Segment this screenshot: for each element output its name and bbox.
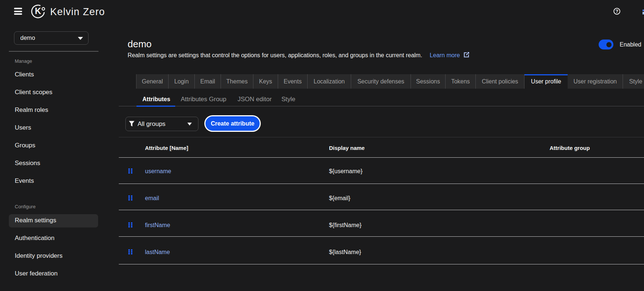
svg-text:K: K xyxy=(35,6,41,16)
svg-text:?: ? xyxy=(616,9,619,14)
